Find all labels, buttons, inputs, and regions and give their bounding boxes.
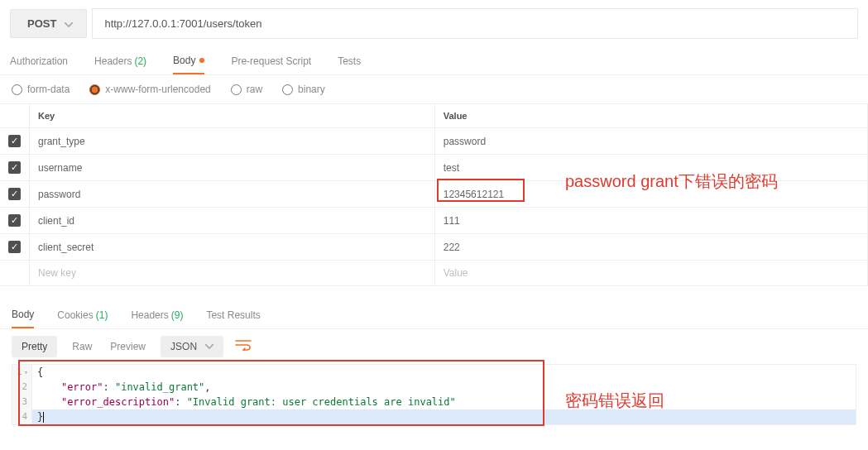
- url-input[interactable]: [92, 8, 858, 39]
- response-body[interactable]: 1▾ { 2 "error": "invalid_grant", 3 "erro…: [12, 364, 856, 425]
- checkbox-icon[interactable]: ✓: [8, 214, 21, 227]
- param-key-cell[interactable]: password: [30, 181, 435, 208]
- table-row: ✓ client_id 111: [0, 208, 868, 234]
- format-select[interactable]: JSON: [161, 336, 223, 357]
- checkbox-icon[interactable]: ✓: [8, 241, 21, 253]
- line-number: 1▾: [12, 365, 32, 380]
- param-value-cell[interactable]: 222: [434, 234, 867, 261]
- line-number: 4: [12, 409, 32, 424]
- view-preview-button[interactable]: Preview: [107, 336, 149, 357]
- table-row-new: New key Value: [0, 261, 868, 286]
- wrap-lines-icon[interactable]: [235, 339, 252, 354]
- param-key-cell[interactable]: grant_type: [30, 128, 435, 155]
- radio-urlencoded[interactable]: x-www-form-urlencoded: [89, 84, 210, 95]
- chevron-down-icon: [65, 17, 73, 30]
- checkbox-icon[interactable]: ✓: [8, 135, 21, 147]
- chevron-down-icon: [205, 344, 213, 349]
- table-row: ✓ client_secret 222: [0, 234, 868, 261]
- tab-prerequest[interactable]: Pre-request Script: [231, 47, 311, 74]
- view-raw-button[interactable]: Raw: [69, 336, 95, 357]
- tab-tests[interactable]: Tests: [338, 47, 361, 74]
- resp-tab-headers[interactable]: Headers (9): [131, 301, 183, 328]
- tab-authorization[interactable]: Authorization: [10, 47, 68, 74]
- param-key-cell[interactable]: username: [30, 155, 435, 181]
- line-number: 2: [12, 380, 32, 395]
- view-pretty-button[interactable]: Pretty: [12, 336, 57, 357]
- param-key-cell[interactable]: client_secret: [30, 234, 435, 261]
- resp-tab-cookies[interactable]: Cookies (1): [57, 301, 108, 328]
- params-table: Key Value ✓ grant_type password ✓ userna…: [0, 103, 868, 286]
- new-key-input[interactable]: New key: [30, 261, 435, 286]
- radio-raw[interactable]: raw: [231, 84, 262, 95]
- param-value-cell[interactable]: password: [434, 128, 867, 155]
- resp-tab-body[interactable]: Body: [12, 301, 34, 328]
- request-tabs: Authorization Headers (2) Body Pre-reque…: [0, 47, 868, 75]
- text-cursor: [43, 412, 44, 423]
- param-value-cell[interactable]: test: [434, 155, 867, 181]
- http-method-label: POST: [27, 17, 56, 30]
- col-key: Key: [30, 104, 435, 128]
- response-tabs: Body Cookies (1) Headers (9) Test Result…: [0, 301, 868, 329]
- checkbox-icon[interactable]: ✓: [8, 188, 21, 200]
- line-number: 3: [12, 395, 32, 409]
- param-key-cell[interactable]: client_id: [30, 208, 435, 234]
- param-value-cell[interactable]: 12345612121: [434, 181, 867, 208]
- checkbox-icon[interactable]: ✓: [8, 161, 21, 174]
- dot-icon: [199, 58, 204, 63]
- table-row: ✓ grant_type password: [0, 128, 868, 155]
- table-row: ✓ username test: [0, 155, 868, 181]
- tab-body[interactable]: Body: [173, 47, 204, 74]
- body-type-row: form-data x-www-form-urlencoded raw bina…: [0, 75, 868, 103]
- tab-headers[interactable]: Headers (2): [94, 47, 146, 74]
- new-value-input[interactable]: Value: [434, 261, 867, 286]
- col-value: Value: [434, 104, 867, 128]
- response-toolbar: Pretty Raw Preview JSON: [0, 329, 868, 364]
- radio-form-data[interactable]: form-data: [12, 84, 70, 95]
- resp-tab-tests[interactable]: Test Results: [206, 301, 260, 328]
- radio-binary[interactable]: binary: [282, 84, 325, 95]
- table-row: ✓ password 12345612121: [0, 181, 868, 208]
- param-value-cell[interactable]: 111: [434, 208, 867, 234]
- http-method-select[interactable]: POST: [10, 9, 87, 38]
